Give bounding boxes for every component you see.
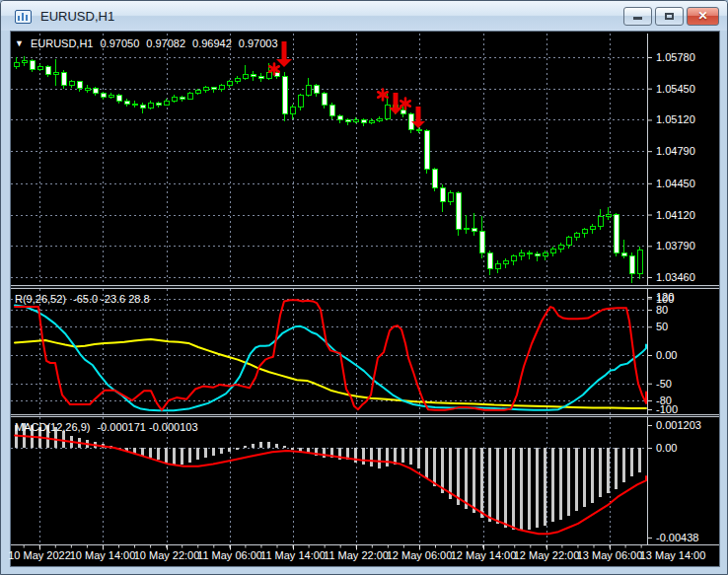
candle-body: [156, 103, 161, 105]
macd-canvas: 0.0012030.00-0.00438: [11, 417, 719, 544]
maximize-button[interactable]: [655, 7, 684, 26]
title-bar[interactable]: EURUSD,H1 ✕: [1, 1, 727, 31]
candle-body: [148, 103, 153, 108]
candle-body: [527, 252, 532, 254]
candle-body: [479, 232, 484, 252]
macd-panel[interactable]: MACD(12,26,9) -0.000171 -0.000103 0.0012…: [11, 417, 719, 544]
minimize-button[interactable]: [623, 7, 652, 26]
candle-body: [503, 261, 508, 264]
candle-body: [440, 188, 445, 201]
y-axis-label: 80: [656, 304, 668, 316]
candle-body: [251, 74, 255, 76]
y-axis-label: 100: [656, 293, 674, 305]
candle-body: [400, 110, 405, 114]
candle-body: [543, 252, 547, 256]
candle-body: [322, 94, 327, 106]
candle-body: [227, 82, 232, 86]
y-axis-label: 1.05780: [656, 51, 695, 63]
candle-body: [629, 256, 634, 273]
candle-body: [637, 250, 642, 273]
y-axis-label: 0.00: [656, 442, 677, 454]
asterisk-icon: [400, 99, 410, 109]
y-axis-label: 1.04120: [656, 209, 695, 221]
candle-body: [203, 88, 208, 91]
y-axis-label: 0.00: [656, 349, 677, 361]
candle-body: [298, 95, 303, 107]
candle-body: [30, 61, 35, 70]
candle-body: [258, 76, 263, 78]
candle-body: [243, 74, 248, 78]
candle-body: [195, 91, 200, 94]
candle-body: [85, 89, 90, 91]
candle-body: [558, 245, 563, 249]
y-axis-label: 1.05450: [656, 83, 695, 95]
y-axis-label: 1.03460: [656, 271, 695, 283]
candle-body: [211, 88, 216, 90]
candle-body: [432, 169, 437, 187]
candle-body: [464, 228, 469, 230]
y-axis-label: 0.001203: [656, 419, 701, 431]
candlesticks: [14, 56, 642, 283]
candle-body: [61, 72, 66, 85]
candle-body: [45, 67, 50, 75]
price-chart-panel[interactable]: ▼ EURUSD,H1 0.97050 0.97082 0.96942 0.97…: [11, 34, 719, 285]
candle-body: [14, 63, 19, 67]
candle-body: [53, 72, 58, 74]
minimize-icon: [633, 17, 642, 20]
asterisk-icon: [378, 90, 388, 101]
candle-body: [519, 252, 524, 256]
candle-body: [314, 86, 319, 94]
candle-body: [329, 105, 334, 116]
price-chart-canvas: 1.057801.054501.051201.047901.044501.041…: [11, 34, 719, 285]
oscillator-canvas: 12010080500.00-50-80-100: [11, 289, 719, 414]
maximize-icon: [665, 13, 674, 20]
candle-body: [511, 256, 516, 261]
chart-window-icon: [15, 10, 32, 24]
close-button[interactable]: ✕: [687, 7, 719, 26]
time-axis[interactable]: 10 May 202210 May 14:0010 May 22:0011 Ma…: [11, 544, 719, 566]
candle-body: [424, 131, 429, 169]
candle-body: [598, 216, 603, 226]
y-axis-label: 50: [656, 321, 668, 332]
candle-body: [306, 86, 311, 96]
candle-body: [187, 94, 192, 100]
candle-body: [448, 192, 453, 201]
candle-body: [574, 234, 579, 238]
candle-body: [535, 254, 540, 256]
oscillator-panel[interactable]: R(9,26,52) -65.0 -23.6 28.8 12010080500.…: [11, 289, 719, 414]
candle-body: [416, 129, 421, 131]
chart-window: EURUSD,H1 ✕ ▼ EURUSD,H1 0.97050 0.97082 …: [0, 0, 728, 575]
candle-body: [109, 95, 113, 97]
candle-body: [487, 252, 492, 268]
y-axis-label: 1.04790: [656, 145, 695, 157]
candle-body: [550, 249, 555, 252]
candle-body: [369, 120, 374, 122]
candle-body: [337, 116, 342, 120]
y-axis-label: 1.04450: [656, 178, 695, 189]
candle-body: [93, 89, 98, 94]
candle-body: [69, 82, 74, 86]
candle-body: [582, 230, 587, 234]
candle-body: [266, 72, 271, 78]
candle-body: [132, 104, 137, 106]
candle-body: [353, 119, 358, 121]
candle-body: [495, 264, 500, 269]
candle-body: [172, 97, 177, 101]
y-axis-label: 1.05120: [656, 113, 695, 125]
candle-body: [164, 101, 169, 105]
candle-body: [472, 228, 476, 232]
candle-body: [116, 95, 121, 101]
candle-body: [101, 94, 106, 98]
time-axis-label: 13 May 14:00: [628, 549, 717, 561]
candle-body: [290, 108, 295, 114]
candle-body: [606, 215, 611, 217]
candle-body: [456, 192, 461, 229]
grid: [11, 34, 647, 285]
y-axis-label: -50: [656, 378, 672, 390]
candle-body: [385, 105, 390, 118]
window-title: EURUSD,H1: [40, 9, 114, 24]
candle-body: [361, 119, 366, 122]
candle-body: [566, 238, 571, 246]
sell-arrow-icon: [276, 41, 292, 67]
candle-body: [180, 97, 184, 99]
